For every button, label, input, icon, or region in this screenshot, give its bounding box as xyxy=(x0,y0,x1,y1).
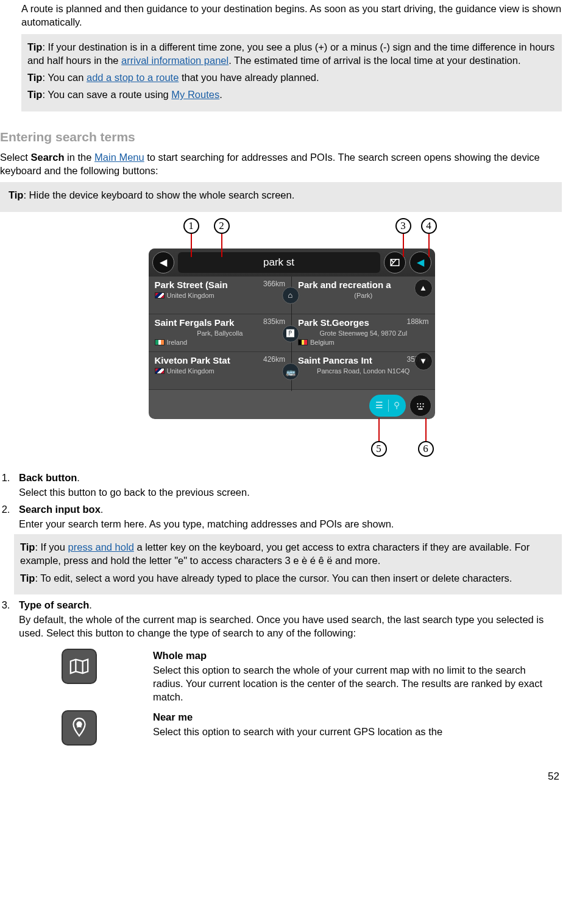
numbered-list: Back button. Select this button to go ba… xyxy=(13,471,562,746)
callout-4: 4 xyxy=(421,218,437,234)
tip-text: : You can save a route using xyxy=(42,89,171,100)
link-add-stop[interactable]: add a stop to a route xyxy=(87,72,179,83)
tip-label: Tip xyxy=(20,573,35,584)
svg-point-4 xyxy=(417,406,418,407)
poi-results-column: Park and recreation a (Park) Park St.Geo… xyxy=(292,277,435,391)
result-row[interactable]: Saint Fergals Park835km Park, Ballycolla… xyxy=(149,314,292,352)
intro-paragraph: A route is planned and then guidance to … xyxy=(21,2,562,29)
map-pin-icon: ⚲ xyxy=(394,400,400,411)
callout-3: 3 xyxy=(395,218,411,234)
result-row[interactable]: Park Street (Sain366km United Kingdom xyxy=(149,277,292,314)
link-main-menu[interactable]: Main Menu xyxy=(94,152,144,163)
svg-point-3 xyxy=(422,403,423,404)
tip-box-3: Tip: If you press and hold a letter key … xyxy=(14,534,562,594)
list-map-toggle[interactable]: ☰ ⚲ xyxy=(369,395,406,417)
scroll-down-button[interactable]: ▼ xyxy=(414,352,433,370)
callout-1: 1 xyxy=(183,218,199,234)
svg-point-5 xyxy=(419,406,420,407)
category-icon: ⌂ xyxy=(282,287,299,304)
list-item-1: Back button. Select this button to go ba… xyxy=(13,471,562,499)
search-screen-figure: 1 2 3 4 ◀ park st ◀ xyxy=(21,218,562,459)
callout-5: 5 xyxy=(371,441,387,457)
callout-2: 2 xyxy=(214,218,230,234)
flag-uk-icon xyxy=(155,292,165,298)
whole-map-option: Whole map Select this option to search t… xyxy=(153,649,556,704)
near-me-option: Near me Select this option to search wit… xyxy=(153,710,556,746)
result-row[interactable]: Kiveton Park Stat426km United Kingdom xyxy=(149,352,292,390)
tip-label: Tip xyxy=(20,541,35,552)
svg-point-2 xyxy=(419,403,420,404)
page-number: 52 xyxy=(0,770,559,784)
list-item-3: Type of search. By default, the whole of… xyxy=(13,598,562,746)
list-icon: ☰ xyxy=(375,400,383,411)
address-results-column: Park Street (Sain366km United Kingdom Sa… xyxy=(149,277,292,391)
near-me-icon xyxy=(62,710,97,746)
category-icon: 🅿 xyxy=(282,325,299,342)
link-my-routes[interactable]: My Routes xyxy=(171,89,219,100)
result-row[interactable]: Park and recreation a (Park) xyxy=(292,277,435,314)
callout-6: 6 xyxy=(418,441,434,457)
tip-label: Tip xyxy=(9,189,23,200)
search-paragraph: Select Search in the Main Menu to start … xyxy=(0,150,562,178)
tip-label: Tip xyxy=(27,41,42,52)
tip-box-2: Tip: Hide the device keyboard to show th… xyxy=(0,182,562,211)
tip-box-1: Tip: If your destination is in a differe… xyxy=(21,34,562,111)
tip-text: : Hide the device keyboard to show the w… xyxy=(23,189,294,200)
link-arrival-info-panel[interactable]: arrival information panel xyxy=(121,55,229,66)
svg-rect-7 xyxy=(418,408,423,409)
result-row[interactable]: Park St.Georges188km Grote Steenweg 54, … xyxy=(292,314,435,352)
tip-label: Tip xyxy=(27,89,42,100)
result-row[interactable]: Saint Pancras Int357km Pancras Road, Lon… xyxy=(292,352,435,390)
link-press-and-hold[interactable]: press and hold xyxy=(68,541,134,552)
tip-label: Tip xyxy=(27,72,42,83)
search-input[interactable]: park st xyxy=(178,252,380,273)
tip-text: . The estimated time of arrival is the l… xyxy=(229,55,520,66)
whole-map-icon xyxy=(62,649,97,684)
category-icon: 🚌 xyxy=(282,363,299,380)
back-button[interactable]: ◀ xyxy=(152,252,174,273)
list-item-2: Search input box. Enter your search term… xyxy=(13,503,562,594)
device-screenshot: ◀ park st ◀ Park Street (Sain366km Unite… xyxy=(149,249,435,419)
scroll-up-button[interactable]: ▲ xyxy=(414,279,433,297)
tip-text: that you have already planned. xyxy=(179,72,319,83)
keyboard-button[interactable] xyxy=(409,395,431,417)
tip-text: : You can xyxy=(42,72,87,83)
flag-ie-icon xyxy=(155,339,165,345)
svg-point-6 xyxy=(422,406,423,407)
flag-uk-icon xyxy=(155,368,165,374)
svg-point-8 xyxy=(77,722,81,726)
tip-text: . xyxy=(219,89,222,100)
heading-entering-search-terms: Entering search terms xyxy=(0,129,562,146)
svg-point-1 xyxy=(417,403,418,404)
